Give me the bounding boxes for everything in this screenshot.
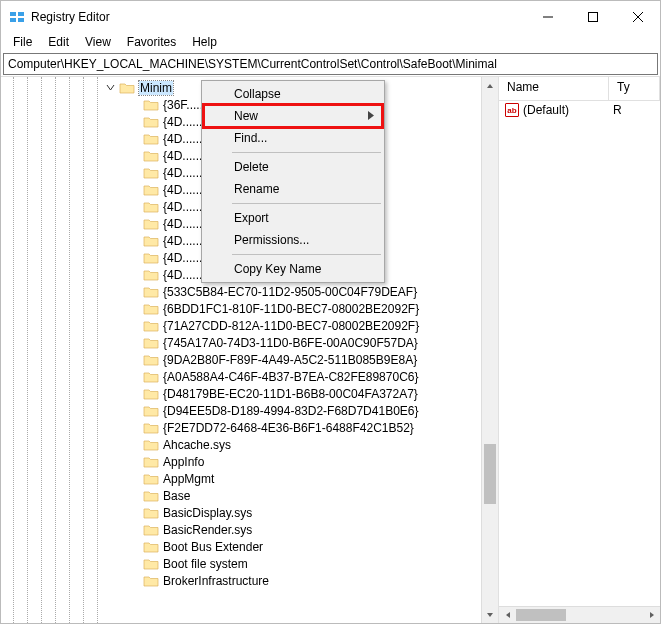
maximize-button[interactable] [570, 1, 615, 32]
tree-item[interactable]: Boot file system [1, 555, 498, 572]
tree-item-label: BasicRender.sys [163, 523, 252, 537]
menu-item-collapse[interactable]: Collapse [204, 83, 382, 105]
expand-toggle[interactable] [129, 133, 140, 144]
expand-toggle[interactable] [129, 541, 140, 552]
menu-item-delete[interactable]: Delete [204, 156, 382, 178]
tree-item-label: {F2E7DD72-6468-4E36-B6F1-6488F42C1B52} [163, 421, 414, 435]
expand-toggle[interactable] [129, 286, 140, 297]
menu-item-rename[interactable]: Rename [204, 178, 382, 200]
tree-item[interactable]: {533C5B84-EC70-11D2-9505-00C04F79DEAF} [1, 283, 498, 300]
expand-toggle[interactable] [129, 354, 140, 365]
tree-item[interactable]: Boot Bus Extender [1, 538, 498, 555]
folder-icon [143, 268, 159, 282]
menu-item-find[interactable]: Find... [204, 127, 382, 149]
expand-toggle[interactable] [129, 422, 140, 433]
expand-toggle[interactable] [129, 184, 140, 195]
folder-icon [143, 217, 159, 231]
tree-item[interactable]: BrokerInfrastructure [1, 572, 498, 589]
menu-edit[interactable]: Edit [42, 33, 75, 51]
expand-toggle[interactable] [129, 201, 140, 212]
tree-item[interactable]: {71A27CDD-812A-11D0-BEC7-08002BE2092F} [1, 317, 498, 334]
column-name[interactable]: Name [499, 77, 609, 100]
tree-item-label: AppMgmt [163, 472, 214, 486]
tree-item[interactable]: {F2E7DD72-6468-4E36-B6F1-6488F42C1B52} [1, 419, 498, 436]
expand-toggle[interactable] [129, 371, 140, 382]
folder-icon [143, 149, 159, 163]
scroll-thumb[interactable] [484, 444, 496, 504]
menu-help[interactable]: Help [186, 33, 223, 51]
expand-toggle[interactable] [129, 575, 140, 586]
minimize-button[interactable] [525, 1, 570, 32]
menu-view[interactable]: View [79, 33, 117, 51]
scroll-right-button[interactable] [643, 607, 660, 623]
expand-toggle[interactable] [129, 252, 140, 263]
tree-item[interactable]: Base [1, 487, 498, 504]
tree-item[interactable]: BasicDisplay.sys [1, 504, 498, 521]
folder-icon [143, 404, 159, 418]
folder-icon [143, 438, 159, 452]
expand-toggle[interactable] [129, 524, 140, 535]
expand-toggle[interactable] [129, 405, 140, 416]
expand-toggle[interactable] [129, 99, 140, 110]
scroll-down-button[interactable] [482, 606, 498, 623]
tree-item[interactable]: {A0A588A4-C46F-4B37-B7EA-C82FE89870C6} [1, 368, 498, 385]
tree-item[interactable]: BasicRender.sys [1, 521, 498, 538]
menu-item-label: Export [234, 211, 269, 225]
expand-toggle[interactable] [129, 473, 140, 484]
expand-toggle[interactable] [129, 269, 140, 280]
address-bar[interactable]: Computer\HKEY_LOCAL_MACHINE\SYSTEM\Curre… [3, 53, 658, 75]
tree-item-label: {6BDD1FC1-810F-11D0-BEC7-08002BE2092F} [163, 302, 419, 316]
tree-item-label: {745A17A0-74D3-11D0-B6FE-00A0C90F57DA} [163, 336, 418, 350]
value-type-initial: R [613, 103, 622, 117]
expand-toggle[interactable] [129, 218, 140, 229]
expand-toggle[interactable] [129, 558, 140, 569]
tree-item[interactable]: {9DA2B80F-F89F-4A49-A5C2-511B085B9E8A} [1, 351, 498, 368]
tree-item[interactable]: AppMgmt [1, 470, 498, 487]
tree-item[interactable]: AppInfo [1, 453, 498, 470]
expand-toggle[interactable] [129, 456, 140, 467]
tree-item[interactable]: {D48179BE-EC20-11D1-B6B8-00C04FA372A7} [1, 385, 498, 402]
tree-item-label: Minim [139, 81, 173, 95]
tree-scrollbar-vertical[interactable] [481, 77, 498, 623]
expand-toggle[interactable] [129, 303, 140, 314]
expand-toggle[interactable] [129, 116, 140, 127]
folder-icon [143, 489, 159, 503]
column-type[interactable]: Ty [609, 77, 660, 100]
expand-toggle[interactable] [105, 82, 116, 93]
expand-toggle[interactable] [129, 320, 140, 331]
folder-icon [143, 98, 159, 112]
folder-icon [143, 115, 159, 129]
expand-toggle[interactable] [129, 507, 140, 518]
expand-toggle[interactable] [129, 439, 140, 450]
close-button[interactable] [615, 1, 660, 32]
menu-favorites[interactable]: Favorites [121, 33, 182, 51]
expand-toggle[interactable] [129, 167, 140, 178]
scroll-up-button[interactable] [482, 77, 498, 94]
value-row[interactable]: ab (Default) R [499, 101, 660, 119]
menu-item-copy-key-name[interactable]: Copy Key Name [204, 258, 382, 280]
scroll-left-button[interactable] [499, 607, 516, 623]
menu-item-new[interactable]: New [204, 105, 382, 127]
menu-item-label: Find... [234, 131, 267, 145]
menu-file[interactable]: File [7, 33, 38, 51]
tree-item-label: Boot file system [163, 557, 248, 571]
expand-toggle[interactable] [129, 235, 140, 246]
values-scrollbar-horizontal[interactable] [499, 606, 660, 623]
folder-icon [143, 132, 159, 146]
tree-item[interactable]: Ahcache.sys [1, 436, 498, 453]
expand-toggle[interactable] [129, 337, 140, 348]
menu-item-export[interactable]: Export [204, 207, 382, 229]
tree-item[interactable]: {D94EE5D8-D189-4994-83D2-F68D7D41B0E6} [1, 402, 498, 419]
expand-toggle[interactable] [129, 150, 140, 161]
expand-toggle[interactable] [129, 388, 140, 399]
expand-toggle[interactable] [129, 490, 140, 501]
folder-icon [143, 166, 159, 180]
app-icon [9, 9, 25, 25]
tree-item[interactable]: {745A17A0-74D3-11D0-B6FE-00A0C90F57DA} [1, 334, 498, 351]
tree-item[interactable]: {6BDD1FC1-810F-11D0-BEC7-08002BE2092F} [1, 300, 498, 317]
svg-rect-3 [18, 18, 24, 22]
folder-icon [143, 251, 159, 265]
scroll-thumb-h[interactable] [516, 609, 566, 621]
menu-item-label: New [234, 109, 258, 123]
menu-item-permissions[interactable]: Permissions... [204, 229, 382, 251]
